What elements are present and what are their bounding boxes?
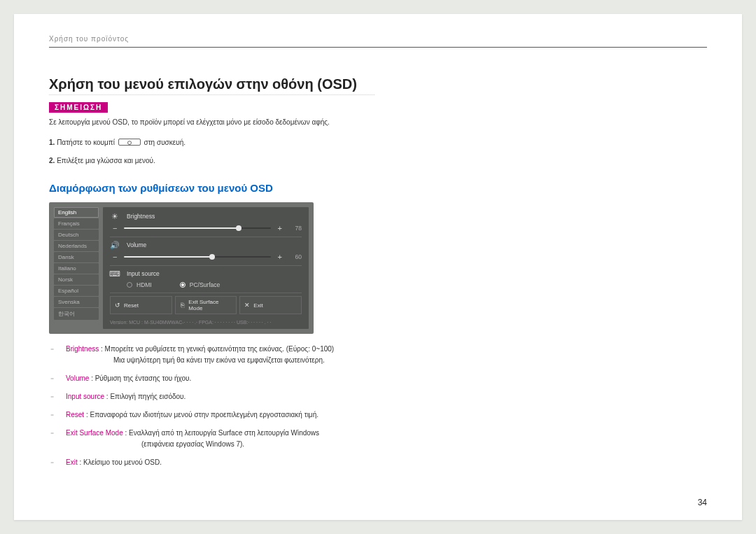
desc-text: : Επαναφορά των ιδιοτήτων μενού στην προ… bbox=[84, 411, 318, 419]
desc-label: Brightness bbox=[66, 345, 99, 353]
desc-input: ﹣ Input source : Επιλογή πηγής εισόδου. bbox=[49, 391, 553, 402]
lang-item: Italiano bbox=[54, 263, 99, 274]
volume-value: 60 bbox=[289, 253, 302, 260]
exit-surface-icon: ⎘ bbox=[179, 302, 186, 309]
lang-item: Nederlands bbox=[54, 241, 99, 251]
lang-item: 한국어 bbox=[54, 308, 99, 320]
brightness-label: Brightness bbox=[127, 213, 155, 220]
reset-icon: ↺ bbox=[114, 302, 120, 309]
description-list: ﹣ Brightness : Μπορείτε να ρυθμίσετε τη … bbox=[49, 344, 553, 468]
osd-buttons: ↺Reset ⎘Exit Surface Mode ✕Exit bbox=[110, 296, 302, 314]
plus-icon: + bbox=[275, 224, 285, 232]
content-area: Χρήση του μενού επιλογών στην οθόνη (OSD… bbox=[49, 76, 707, 334]
desc-text: : Ρύθμιση της έντασης του ήχου. bbox=[89, 374, 191, 382]
input-icon: ⌨ bbox=[110, 269, 120, 279]
desc-label: Exit bbox=[66, 458, 78, 466]
controls-column: ☀ Brightness − + 78 bbox=[103, 207, 309, 329]
plus-icon: + bbox=[275, 253, 285, 261]
lang-item: Español bbox=[54, 286, 99, 296]
lang-item: Svenska bbox=[54, 297, 99, 307]
desc-volume: ﹣ Volume : Ρύθμιση της έντασης του ήχου. bbox=[49, 373, 553, 384]
lang-item: English bbox=[54, 207, 99, 218]
desc-reset: ﹣ Reset : Επαναφορά των ιδιοτήτων μενού … bbox=[49, 409, 553, 421]
exit-icon: ✕ bbox=[244, 302, 250, 309]
lang-item: Deutsch bbox=[54, 230, 99, 240]
desc-exit: ﹣ Exit : Κλείσιμο του μενού OSD. bbox=[49, 457, 553, 468]
minus-icon: − bbox=[110, 253, 120, 261]
desc-text: : Μπορείτε να ρυθμίσετε τη γενική φωτειν… bbox=[99, 345, 334, 353]
desc-label: Input source bbox=[66, 393, 104, 400]
step-1: 1. Πατήστε το κουμπί στη συσκευή. bbox=[49, 137, 374, 148]
brightness-icon: ☀ bbox=[110, 211, 120, 221]
note-text: Σε λειτουργία μενού OSD, το προϊόν μπορε… bbox=[49, 117, 374, 127]
lang-item: Dansk bbox=[54, 252, 99, 262]
exit-button: ✕Exit bbox=[239, 296, 302, 314]
version-text: Version: MCU : M-SU40MWWAC-· · · · .· FP… bbox=[110, 317, 302, 325]
desc-sub: Μια υψηλότερη τιμή θα κάνει την εικόνα ν… bbox=[113, 355, 325, 366]
step-text: Επιλέξτε μια γλώσσα και μενού. bbox=[57, 157, 155, 164]
page-number: 34 bbox=[698, 498, 707, 507]
osd-panel: English Français Deutsch Nederlands Dans… bbox=[49, 202, 314, 334]
step-num: 2. bbox=[49, 157, 55, 164]
desc-label: Exit Surface Mode bbox=[66, 429, 123, 437]
input-label: Input source bbox=[127, 270, 160, 277]
input-pcsurface: PC/Surface bbox=[180, 281, 220, 288]
volume-block: 🔊 Volume − + 60 bbox=[110, 240, 302, 266]
desc-text: : Κλείσιμο του μενού OSD. bbox=[78, 458, 162, 466]
step-num: 1. bbox=[49, 139, 55, 146]
note-badge: ΣΗΜΕΙΩΣΗ bbox=[49, 102, 108, 113]
running-header: Χρήση του προϊόντος bbox=[49, 35, 707, 48]
brightness-value: 78 bbox=[289, 225, 302, 232]
desc-label: Reset bbox=[66, 411, 84, 419]
desc-brightness: ﹣ Brightness : Μπορείτε να ρυθμίσετε τη … bbox=[49, 344, 553, 366]
volume-slider bbox=[124, 256, 270, 258]
volume-icon: 🔊 bbox=[110, 240, 120, 250]
brightness-block: ☀ Brightness − + 78 bbox=[110, 211, 302, 237]
steps-list: 1. Πατήστε το κουμπί στη συσκευή. 2. Επι… bbox=[49, 137, 374, 167]
input-source-block: ⌨ Input source HDMI PC/Surface bbox=[110, 269, 302, 293]
desc-label: Volume bbox=[66, 374, 89, 382]
reset-button: ↺Reset bbox=[110, 296, 172, 314]
input-hdmi: HDMI bbox=[127, 281, 152, 288]
desc-sub: (επιφάνεια εργασίας Windows 7). bbox=[141, 439, 244, 450]
language-list: English Français Deutsch Nederlands Dans… bbox=[54, 207, 99, 329]
exit-surface-button: ⎘Exit Surface Mode bbox=[175, 296, 237, 314]
desc-text: : Εναλλαγή από τη λειτουργία Surface στη… bbox=[123, 429, 319, 437]
lang-item: Français bbox=[54, 218, 99, 229]
document-page: Χρήση του προϊόντος Χρήση του μενού επιλ… bbox=[14, 14, 742, 520]
step-2: 2. Επιλέξτε μια γλώσσα και μενού. bbox=[49, 155, 374, 167]
subtitle: Διαμόρφωση των ρυθμίσεων του μενού OSD bbox=[49, 182, 374, 194]
minus-icon: − bbox=[110, 224, 120, 232]
desc-text: : Επιλογή πηγής εισόδου. bbox=[104, 393, 186, 400]
step-text-a: Πατήστε το κουμπί bbox=[57, 139, 117, 146]
lang-item: Norsk bbox=[54, 274, 99, 285]
brightness-slider bbox=[124, 227, 270, 229]
page-title: Χρήση του μενού επιλογών στην οθόνη (OSD… bbox=[49, 76, 374, 95]
radio-on-icon bbox=[180, 282, 186, 288]
volume-label: Volume bbox=[127, 241, 146, 248]
step-text-b: στη συσκευή. bbox=[144, 139, 186, 146]
radio-off-icon bbox=[127, 282, 132, 288]
device-button-icon bbox=[118, 139, 141, 146]
desc-exit-surface: ﹣ Exit Surface Mode : Εναλλαγή από τη λε… bbox=[49, 428, 553, 450]
